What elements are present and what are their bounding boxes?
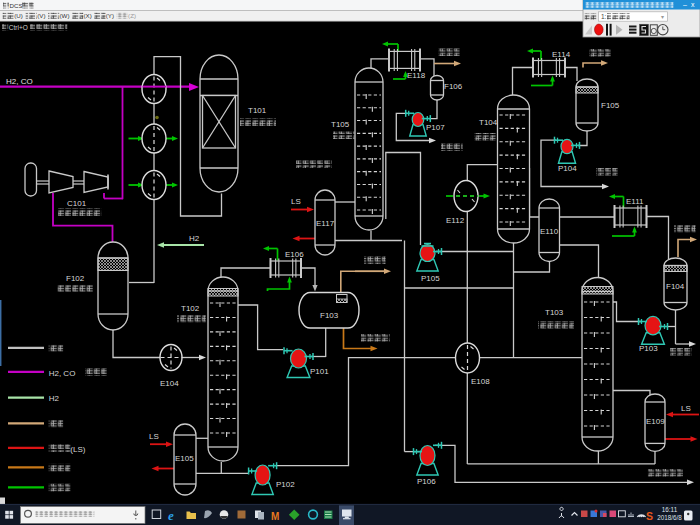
- svg-text:T102: T102: [181, 304, 200, 313]
- svg-text:(X): (X): [84, 12, 92, 19]
- svg-text:E114: E114: [552, 50, 571, 59]
- svg-text:H2, CO: H2, CO: [6, 77, 33, 86]
- svg-text:S: S: [646, 510, 653, 522]
- svg-text:LS: LS: [149, 432, 159, 441]
- svg-text:P106: P106: [417, 477, 436, 486]
- svg-text:F103: F103: [320, 311, 339, 320]
- svg-text:LS: LS: [681, 404, 691, 413]
- svg-text:(U): (U): [14, 12, 23, 19]
- svg-text:P104: P104: [558, 164, 577, 173]
- svg-text:E111: E111: [626, 197, 644, 206]
- svg-text:E108: E108: [471, 377, 490, 386]
- svg-text:T103: T103: [545, 308, 564, 317]
- svg-text:P107: P107: [426, 123, 445, 132]
- svg-text:H2: H2: [189, 234, 200, 243]
- svg-text:e: e: [168, 508, 174, 523]
- svg-text:(Y): (Y): [106, 12, 114, 19]
- svg-text:P103: P103: [639, 344, 658, 353]
- svg-text:T101: T101: [248, 106, 267, 115]
- svg-text:Ctrl+O: Ctrl+O: [9, 24, 28, 31]
- svg-text:F102: F102: [66, 274, 85, 283]
- svg-text:T104: T104: [479, 118, 498, 127]
- svg-text:C101: C101: [67, 199, 87, 208]
- svg-text:E109: E109: [646, 417, 665, 426]
- svg-text:E117: E117: [316, 219, 335, 228]
- svg-text:E110: E110: [540, 227, 559, 236]
- svg-text:DCS: DCS: [10, 2, 23, 9]
- svg-text:LS: LS: [291, 197, 301, 206]
- svg-text:M: M: [271, 511, 279, 522]
- svg-text:F104: F104: [666, 282, 685, 291]
- svg-text:(Z): (Z): [128, 12, 136, 19]
- svg-text:E104: E104: [160, 379, 179, 388]
- svg-text:F105: F105: [601, 101, 620, 110]
- svg-text:x: x: [691, 1, 695, 8]
- svg-text:1:: 1:: [601, 13, 607, 20]
- svg-text:E112: E112: [446, 216, 465, 225]
- svg-text:P101: P101: [310, 367, 329, 376]
- svg-text:P105: P105: [421, 274, 440, 283]
- svg-text:▾: ▾: [661, 14, 664, 20]
- svg-text:E118: E118: [407, 71, 426, 80]
- svg-text:(LS): (LS): [70, 445, 85, 454]
- svg-text:E106: E106: [285, 250, 304, 259]
- svg-text:E105: E105: [175, 454, 194, 463]
- svg-text:P102: P102: [276, 480, 295, 489]
- svg-text:2018/6/8: 2018/6/8: [657, 514, 682, 521]
- svg-text:F106: F106: [444, 82, 463, 91]
- svg-text:T105: T105: [331, 120, 350, 129]
- svg-text:–: –: [683, 1, 687, 8]
- svg-text:(W): (W): [60, 12, 70, 19]
- svg-text:H2: H2: [49, 394, 60, 403]
- svg-text:(V): (V): [37, 12, 45, 19]
- svg-text:H2, CO: H2, CO: [49, 369, 76, 378]
- svg-text:16:11: 16:11: [662, 506, 678, 513]
